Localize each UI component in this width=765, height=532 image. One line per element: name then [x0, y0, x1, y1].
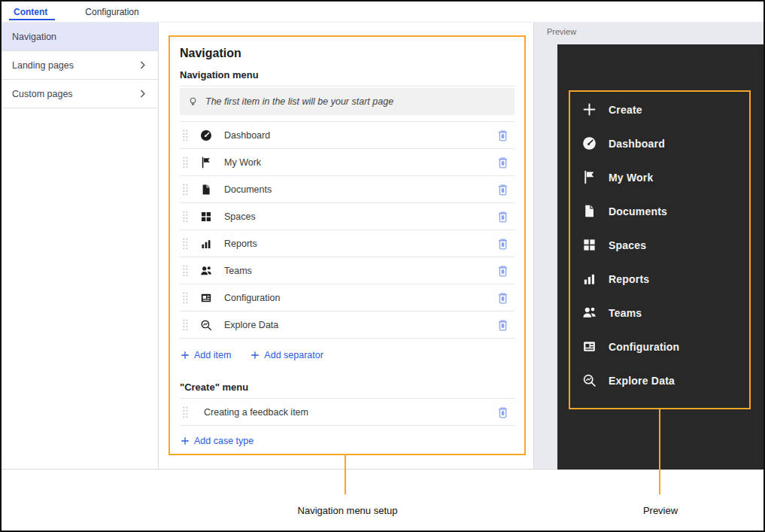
preview-nav-item[interactable]: Create [570, 93, 749, 126]
preview-nav-item[interactable]: Documents [570, 194, 749, 228]
navigation-item-row: Configuration [180, 284, 515, 312]
preview-nav-item-label: Teams [609, 307, 642, 319]
tab-content[interactable]: Content [11, 2, 50, 22]
newspaper-icon [200, 292, 212, 304]
preview-nav-item[interactable]: Spaces [570, 228, 749, 262]
navigation-item-label: My Work [224, 157, 261, 168]
callout-line-setup [345, 455, 346, 494]
sidebar-item-label: Landing pages [12, 60, 74, 71]
main-content: Navigation Navigation menu The first ite… [159, 23, 533, 469]
page-title: Navigation [180, 47, 515, 60]
add-case-type-label: Add case type [194, 436, 253, 446]
preview-nav-item-label: Reports [609, 273, 649, 285]
navigation-item-row: My Work [180, 149, 515, 176]
sidebar-item[interactable]: Landing pages [2, 51, 158, 80]
drag-handle-icon[interactable] [182, 264, 189, 278]
delete-icon[interactable] [496, 237, 509, 251]
plus-icon [181, 351, 190, 360]
preview-area: Preview Create Dashboard [533, 23, 763, 469]
add-links-row: Add item Add separator [180, 339, 515, 372]
flag-icon [200, 157, 212, 169]
preview-nav-item-label: Spaces [609, 239, 646, 251]
gauge-icon [581, 136, 597, 151]
callout-label-preview: Preview [643, 505, 678, 516]
create-menu-list: Creating a feedback item [180, 399, 515, 426]
bar-chart-icon [200, 238, 212, 250]
preview-nav-item[interactable]: My Work [570, 160, 749, 194]
preview-nav-item-label: Explore Data [609, 375, 675, 387]
users-icon [581, 306, 597, 321]
preview-nav-item[interactable]: Explore Data [570, 363, 749, 397]
delete-icon[interactable] [496, 156, 509, 169]
sidebar-item[interactable]: Navigation [2, 23, 158, 51]
preview-navigation-panel: Create Dashboard My Work [557, 44, 765, 470]
navigation-item-label: Documents [224, 184, 272, 195]
preview-nav-item[interactable]: Dashboard [570, 126, 749, 160]
search-chart-icon [200, 319, 212, 331]
create-menu-item-row: Creating a feedback item [180, 399, 515, 426]
preview-nav-item[interactable]: Configuration [570, 330, 749, 363]
grid-icon [200, 211, 212, 223]
delete-icon[interactable] [496, 318, 509, 332]
add-case-type-button[interactable]: Add case type [181, 436, 253, 446]
lightbulb-icon [187, 96, 199, 108]
drag-handle-icon[interactable] [182, 406, 189, 419]
tip-text: The first item in the list will be your … [205, 96, 393, 107]
delete-icon[interactable] [496, 264, 509, 278]
delete-icon[interactable] [496, 406, 509, 419]
callout-label-setup: Navigation menu setup [298, 505, 398, 516]
drag-handle-icon[interactable] [182, 291, 189, 305]
callout-line-preview [659, 408, 660, 494]
plus-icon [581, 102, 597, 117]
navigation-item-label: Spaces [224, 211, 256, 222]
preview-nav-item-label: Dashboard [609, 138, 665, 150]
gauge-icon [200, 129, 212, 141]
add-item-label: Add item [194, 350, 231, 360]
chevron-right-icon [138, 89, 147, 99]
delete-icon[interactable] [496, 129, 509, 142]
add-separator-button[interactable]: Add separator [250, 350, 323, 360]
drag-handle-icon[interactable] [182, 210, 189, 223]
create-menu-section-heading: "Create" menu [180, 382, 515, 399]
sidebar-item[interactable]: Custom pages [2, 80, 158, 108]
navigation-item-row: Spaces [180, 203, 515, 230]
document-icon [581, 204, 597, 219]
search-chart-icon [581, 373, 597, 388]
drag-handle-icon[interactable] [182, 183, 189, 196]
top-tab-bar: Content Configuration [2, 2, 763, 23]
preview-nav-item[interactable]: Teams [570, 296, 749, 330]
preview-nav-item[interactable]: Reports [570, 262, 749, 296]
add-separator-label: Add separator [264, 350, 323, 360]
users-icon [200, 265, 212, 277]
chevron-right-icon [138, 60, 147, 70]
preview-nav-item-label: Configuration [609, 341, 679, 353]
drag-handle-icon[interactable] [182, 156, 189, 169]
delete-icon[interactable] [496, 210, 509, 223]
sidebar: Navigation Landing pages Custom pages [2, 23, 159, 469]
drag-handle-icon[interactable] [182, 318, 189, 332]
navigation-item-label: Configuration [224, 293, 280, 303]
document-icon [200, 184, 212, 196]
preview-nav-item-label: Create [609, 104, 642, 116]
drag-handle-icon[interactable] [182, 237, 189, 251]
navigation-item-label: Explore Data [224, 320, 278, 330]
plus-icon [250, 351, 260, 360]
create-menu-item-label: Creating a feedback item [204, 407, 308, 418]
delete-icon[interactable] [496, 291, 509, 305]
newspaper-icon [581, 339, 597, 354]
navigation-item-row: Teams [180, 257, 515, 284]
navigation-items-list: Dashboard My Work [180, 121, 515, 339]
delete-icon[interactable] [496, 183, 509, 196]
bar-chart-icon [581, 272, 597, 287]
navigation-item-label: Dashboard [224, 130, 270, 141]
add-item-button[interactable]: Add item [181, 350, 231, 360]
grid-icon [581, 238, 597, 253]
drag-handle-icon[interactable] [182, 129, 189, 142]
navigation-setup-panel: Navigation Navigation menu The first ite… [168, 35, 526, 455]
navigation-item-row: Dashboard [180, 122, 515, 149]
tab-configuration[interactable]: Configuration [82, 2, 141, 22]
sidebar-item-label: Navigation [12, 32, 56, 42]
plus-icon [181, 436, 190, 445]
app-window: Content Configuration Navigation Landing… [0, 0, 765, 532]
navigation-menu-section-heading: Navigation menu [180, 69, 515, 87]
